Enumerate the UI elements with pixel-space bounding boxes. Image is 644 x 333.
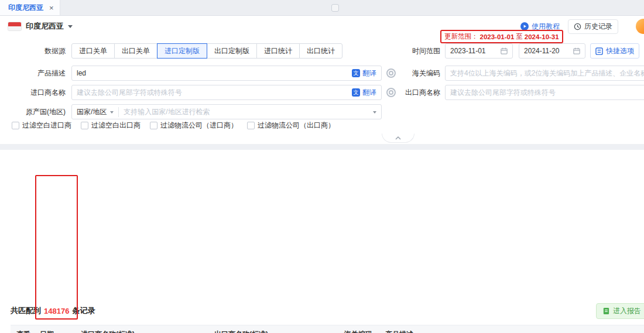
- data-source-tab[interactable]: 出口统计: [299, 43, 342, 59]
- filter-checkbox[interactable]: 过滤物流公司（出口商）: [247, 121, 335, 131]
- hs-code-input[interactable]: [450, 69, 644, 77]
- product-desc-inputbox: 文 翻译: [71, 66, 382, 81]
- checkbox-label: 过滤物流公司（进口商）: [160, 121, 238, 131]
- country-title: 印度尼西亚: [26, 21, 64, 32]
- origin-country-label: 原产国(地区): [5, 104, 66, 119]
- exporter-inputbox: [445, 85, 644, 100]
- results-summary: 共匹配到 148176 条记录: [11, 305, 95, 316]
- date-to-value: 2024-11-20: [524, 47, 560, 55]
- column-header: 海关编码: [341, 325, 382, 333]
- date-from-value: 2023-11-01: [450, 47, 486, 55]
- summary-suffix: 条记录: [72, 305, 95, 316]
- product-desc-label: 产品描述: [5, 66, 66, 81]
- enter-report-label: 进入报告: [613, 306, 641, 316]
- hs-code-inputbox: [445, 66, 644, 81]
- data-source-tab[interactable]: 进口统计: [256, 43, 300, 59]
- report-icon: [602, 307, 610, 315]
- time-range-label: 时间范围: [375, 43, 440, 59]
- history-button[interactable]: 历史记录: [568, 19, 618, 34]
- product-desc-input[interactable]: [77, 69, 347, 77]
- chevron-up-icon: [395, 136, 401, 140]
- data-source-label: 数据源: [5, 43, 66, 59]
- column-header: 产品描述: [382, 325, 644, 333]
- translate-icon: 文: [352, 88, 360, 97]
- collapse-panel-button[interactable]: [382, 133, 415, 143]
- importer-inputbox: 文 翻译: [71, 85, 382, 100]
- checkbox-label: 过滤物流公司（出口商）: [258, 121, 335, 131]
- history-label: 历史记录: [584, 22, 612, 32]
- checkbox-label: 过滤空白进口商: [22, 121, 71, 131]
- data-source-tabs: 进口关单出口关单进口定制版出口定制版进口统计出口统计: [71, 43, 342, 59]
- trade-data-app: 印度尼西亚 × 印度尼西亚 使用教程 历史记录 更新范围： 2023-01-01…: [0, 0, 644, 333]
- tab-indonesia[interactable]: 印度尼西亚 ×: [0, 0, 60, 15]
- update-range-to: 2024-10-31: [525, 33, 559, 40]
- origin-placeholder: 支持输入国家/地区进行检索: [124, 107, 210, 117]
- column-header: 查看: [11, 325, 36, 333]
- column-header[interactable]: 日期: [36, 325, 77, 333]
- checkbox-icon[interactable]: [12, 122, 19, 129]
- quick-options-button[interactable]: 快捷选项: [590, 43, 639, 59]
- tab-bar: 印度尼西亚 ×: [0, 0, 644, 16]
- update-range-annotation: 更新范围： 2023-01-01 至 2024-10-31: [440, 30, 563, 43]
- update-range-from: 2023-01-01: [480, 33, 515, 40]
- match-count: 148176: [44, 307, 69, 315]
- column-header[interactable]: 进口商名称(标准): [77, 325, 211, 333]
- date-to-input[interactable]: 2024-11-20: [519, 43, 585, 59]
- results-table: 查看日期进口商名称(标准)出口商名称(标准)海关编码产品描述 2024-10-3…: [11, 325, 644, 333]
- column-header[interactable]: 出口商名称(标准): [211, 325, 341, 333]
- clock-icon: [574, 23, 581, 30]
- chevron-down-icon: [373, 111, 376, 115]
- translate-button[interactable]: 文 翻译: [352, 68, 376, 78]
- play-circle-icon: [520, 22, 529, 30]
- results-panel: 共匹配到 148176 条记录 进入报告 查看日期进口商名称(标准)出口商名称(…: [0, 150, 644, 333]
- tab-close-icon[interactable]: ×: [49, 4, 54, 12]
- exporter-label: 出口商名称: [375, 85, 440, 100]
- importer-input[interactable]: [77, 88, 347, 97]
- checkbox-icon[interactable]: [150, 122, 157, 129]
- exporter-input[interactable]: [450, 88, 644, 97]
- panel-divider: [0, 144, 644, 150]
- importer-label: 进口商名称: [5, 85, 66, 100]
- data-source-tab[interactable]: 进口关单: [71, 43, 115, 59]
- quick-options-label: 快捷选项: [606, 46, 634, 56]
- update-range-to-word: 至: [516, 32, 523, 41]
- date-from-input[interactable]: 2023-11-01: [445, 43, 513, 59]
- translate-icon: 文: [352, 69, 360, 77]
- hs-code-label: 海关编码: [375, 66, 440, 81]
- table-header-row: 查看日期进口商名称(标准)出口商名称(标准)海关编码产品描述: [11, 325, 644, 333]
- checkbox-icon[interactable]: [247, 122, 255, 129]
- calendar-icon: [573, 47, 580, 54]
- filter-checkbox[interactable]: 过滤空白进口商: [12, 121, 71, 131]
- summary-prefix: 共匹配到: [11, 305, 41, 316]
- tab-scroll-icon[interactable]: [331, 4, 339, 12]
- origin-country-inputbox[interactable]: 国家/地区 支持输入国家/地区进行检索: [71, 104, 382, 119]
- filter-checkbox[interactable]: 过滤空白出口商: [81, 121, 141, 131]
- translate-button[interactable]: 文 翻译: [352, 88, 376, 98]
- data-source-tab[interactable]: 进口定制版: [157, 43, 207, 59]
- calendar-icon: [501, 47, 508, 54]
- origin-select-label: 国家/地区: [77, 107, 107, 117]
- checkbox-label: 过滤空白出口商: [91, 121, 141, 131]
- data-source-tab[interactable]: 出口关单: [114, 43, 157, 59]
- checkbox-icon[interactable]: [81, 122, 88, 129]
- tab-label: 印度尼西亚: [8, 3, 43, 13]
- filter-checkbox[interactable]: 过滤物流公司（进口商）: [150, 121, 238, 131]
- data-source-tab[interactable]: 出口定制版: [207, 43, 257, 59]
- update-range-label: 更新范围：: [444, 32, 478, 41]
- filter-checkbox-row: 过滤空白进口商过滤空白出口商过滤物流公司（进口商）过滤物流公司（出口商）: [12, 121, 335, 131]
- grid-icon: [595, 47, 603, 55]
- enter-report-button[interactable]: 进入报告: [596, 303, 644, 319]
- indonesia-flag-icon: [8, 22, 21, 30]
- chevron-down-icon: [110, 111, 114, 115]
- chevron-down-icon[interactable]: [68, 25, 73, 30]
- origin-country-select[interactable]: 国家/地区: [77, 107, 119, 117]
